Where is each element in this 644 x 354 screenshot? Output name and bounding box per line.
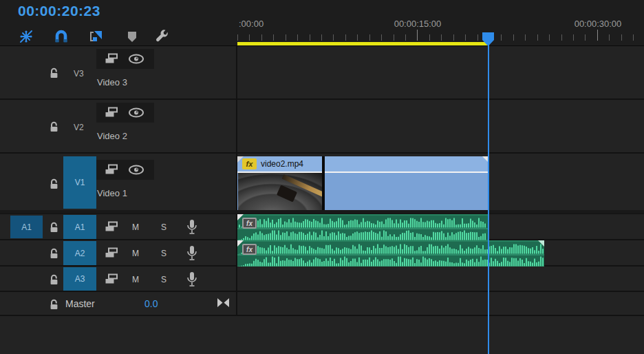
track-row-v2: V2 Video 2 — [0, 100, 644, 154]
audio-clip-a2[interactable]: fx — [237, 240, 544, 267]
voiceover-mic-icon[interactable] — [186, 245, 197, 262]
track-name-v1[interactable]: Video 1 — [97, 188, 127, 198]
track-buttons-strip — [96, 160, 154, 180]
fx-badge[interactable]: fx — [242, 218, 257, 229]
timeline-panel: 00:00:20:23 — [0, 0, 644, 354]
playhead-timecode[interactable]: 00:00:20:23 — [18, 3, 100, 19]
solo-button-a2[interactable]: S — [161, 249, 167, 258]
track-target-a1[interactable]: A1 — [63, 215, 96, 239]
track-buttons-strip — [96, 49, 154, 69]
track-header-a2: A2 M S — [0, 240, 237, 265]
clip-corner-fold — [538, 240, 544, 247]
mute-button-a3[interactable]: M — [132, 275, 139, 284]
clip-corner-fold — [237, 214, 244, 220]
video-clip-video2[interactable]: fx video2.mp4 — [237, 156, 489, 210]
mute-button-a2[interactable]: M — [132, 249, 139, 258]
voiceover-mic-icon[interactable] — [186, 271, 197, 288]
clip-corner-fold — [237, 156, 244, 163]
ruler-label-0: :00:00 — [239, 19, 264, 29]
ruler-label-15s: 00:00:15:00 — [387, 19, 449, 29]
toggle-track-output-eye-icon[interactable] — [128, 107, 144, 118]
lock-icon[interactable] — [49, 178, 59, 189]
ruler-ticks[interactable] — [237, 29, 644, 41]
track-header-a1: A1 A1 M S — [0, 214, 237, 239]
sync-lock-icon[interactable] — [105, 107, 118, 118]
fx-badge[interactable]: fx — [242, 244, 257, 255]
video-clip-name: video2.mp4 — [261, 159, 303, 169]
snap-icon[interactable] — [54, 29, 69, 44]
thumbnail-frame-boundary — [322, 156, 325, 210]
track-header-v3: V3 Video 3 — [0, 46, 237, 98]
tonearm-cartridge — [277, 185, 297, 202]
track-target-v2[interactable]: V2 — [74, 123, 84, 132]
toggle-track-output-eye-icon[interactable] — [128, 54, 144, 64]
video-clip-header: fx video2.mp4 — [237, 156, 489, 171]
voiceover-mic-icon[interactable] — [186, 219, 197, 236]
lock-icon[interactable] — [49, 121, 59, 132]
work-area-bar[interactable] — [237, 42, 489, 45]
show-keyframes-icon[interactable] — [217, 298, 230, 308]
track-name-v3[interactable]: Video 3 — [97, 77, 127, 87]
solo-button-a3[interactable]: S — [161, 275, 167, 284]
video-thumbnail-turntable — [238, 173, 323, 210]
track-header-master: Master 0.0 — [0, 292, 237, 315]
track-row-master: Master 0.0 — [0, 292, 644, 316]
master-level-value[interactable]: 0.0 — [144, 298, 158, 309]
sync-lock-icon[interactable] — [105, 247, 118, 259]
track-target-v1[interactable]: V1 — [63, 156, 96, 209]
add-marker-icon[interactable] — [125, 29, 140, 44]
track-buttons-strip — [96, 103, 154, 123]
lock-icon[interactable] — [49, 67, 59, 79]
ruler-label-30s: 00:00:30:00 — [567, 19, 629, 29]
track-target-a2[interactable]: A2 — [63, 241, 96, 265]
track-row-a3: A3 M S — [0, 267, 644, 292]
master-track-label: Master — [65, 298, 95, 309]
track-header-v2: V2 Video 2 — [0, 100, 237, 152]
fx-badge[interactable]: fx — [242, 158, 257, 169]
solo-button-a1[interactable]: S — [161, 222, 167, 232]
source-patch-a1[interactable]: A1 — [10, 216, 43, 238]
lock-icon[interactable] — [49, 274, 59, 285]
track-row-v3: V3 Video 3 — [0, 46, 644, 100]
sync-lock-icon[interactable] — [105, 273, 118, 285]
sync-lock-icon[interactable] — [105, 53, 118, 65]
playhead-line[interactable] — [488, 40, 489, 354]
sync-lock-icon[interactable] — [105, 164, 118, 176]
sync-lock-icon[interactable] — [105, 221, 118, 233]
track-name-v2[interactable]: Video 2 — [97, 131, 127, 141]
nest-sequences-icon[interactable] — [19, 29, 34, 44]
timeline-settings-icon[interactable] — [154, 29, 169, 44]
track-header-a3: A3 M S — [0, 267, 237, 291]
linked-selection-icon[interactable] — [88, 29, 103, 44]
toggle-track-output-eye-icon[interactable] — [128, 165, 144, 175]
lock-icon[interactable] — [49, 299, 59, 310]
track-header-v1: V1 Video 1 — [0, 154, 237, 210]
clip-corner-fold — [237, 240, 244, 247]
lock-icon[interactable] — [49, 248, 59, 259]
audio-clip-a1[interactable]: fx — [237, 214, 488, 240]
track-target-v3[interactable]: V3 — [74, 69, 84, 79]
lock-icon[interactable] — [49, 222, 59, 233]
track-target-a3[interactable]: A3 — [63, 267, 96, 291]
mute-button-a1[interactable]: M — [132, 222, 139, 232]
timeline-topbar: 00:00:20:23 — [0, 0, 644, 46]
